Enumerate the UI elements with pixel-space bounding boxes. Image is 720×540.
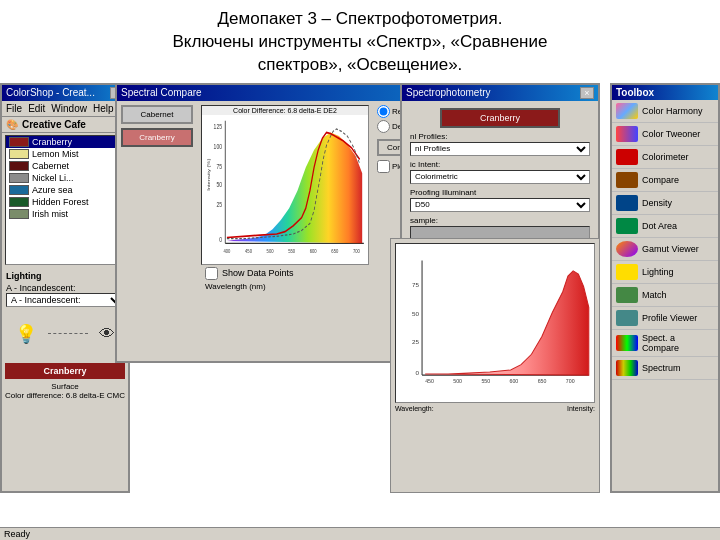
svg-text:450: 450 [425,378,434,384]
density-label: Density [642,198,672,208]
color-item-forest[interactable]: Hidden Forest [6,196,124,208]
tweoner-icon [616,126,638,142]
lighting-title: Lighting [6,269,124,283]
svg-text:550: 550 [288,247,295,254]
toolbox-item-harmony[interactable]: Color Harmony [612,100,718,123]
creative-cafe-section: 🎨 Creative Cafe [2,117,128,133]
show-data-row: Show Data Points [201,265,369,282]
toolbox-item-speccompare[interactable]: Spect. a Compare [612,330,718,357]
colorshop-menubar: File Edit Window Help [2,101,128,117]
colorimeter-icon [616,149,638,165]
svg-text:650: 650 [331,247,338,254]
svg-text:50: 50 [216,181,222,188]
cranberry-surface-label: Cranberry [5,363,125,379]
profiles-dropdown[interactable]: nl Profiles [410,142,590,156]
spectral-chart-svg: 125 100 75 50 25 0 400 450 500 550 600 6… [202,115,368,255]
menu-window[interactable]: Window [51,103,87,114]
menu-help[interactable]: Help [93,103,114,114]
menu-edit[interactable]: Edit [28,103,45,114]
right-panel-title: Spectrophotometry [406,87,491,99]
svg-text:500: 500 [267,247,274,254]
toolbox-item-compare[interactable]: Compare [612,169,718,192]
bottom-chart-panel: 75 50 25 0 450 500 550 600 650 700 [390,238,600,493]
svg-text:0: 0 [219,236,222,243]
cranberry-button[interactable]: Cranberry [121,128,193,147]
speccompare-label: Spect. a Compare [642,333,714,353]
color-item-cabernet[interactable]: Cabernet [6,160,124,172]
color-item-azure[interactable]: Azure sea [6,184,124,196]
toolbox-item-lighting[interactable]: Lighting [612,261,718,284]
gamut-label: Gamut Viewer [642,244,699,254]
toolbox-item-tweoner[interactable]: Color Tweoner [612,123,718,146]
svg-text:450: 450 [245,247,252,254]
speccompare-icon [616,335,638,351]
svg-text:50: 50 [412,310,419,317]
page-title: Демопакет 3 – Спектрофотометрия. Включен… [0,0,720,83]
toolbox-item-spectrum[interactable]: Spectrum [612,357,718,380]
profiles-label: nl Profiles: [406,132,594,141]
svg-text:600: 600 [310,247,317,254]
chart-title: Color Difference: 6.8 delta-E DE2 [202,106,368,115]
svg-text:700: 700 [353,247,360,254]
svg-text:25: 25 [216,201,222,208]
colorimeter-label: Colorimeter [642,152,689,162]
chart-axis-labels: Wavelength: Intensity: [395,403,595,412]
ic-intent-dropdown[interactable]: Colorimetric [410,170,590,184]
spectrum-icon [616,360,638,376]
svg-text:600: 600 [510,378,519,384]
surface-info: Surface Color difference: 6.8 delta-E CM… [2,381,128,401]
color-item-lemon[interactable]: Lemon Mist [6,148,124,160]
spectral-left-panel: Cabernet Cranberry [117,101,197,359]
toolbox-item-gamut[interactable]: Gamut Viewer [612,238,718,261]
toolbox-panel: Toolbox Color Harmony Color Tweoner Colo… [610,83,720,493]
svg-text:125: 125 [214,123,223,130]
profile-label: Profile Viewer [642,313,697,323]
lighting-label: Lighting [642,267,674,277]
small-spectrum-chart: 75 50 25 0 450 500 550 600 650 700 [395,243,595,403]
lighting-diagram: 💡 👁 [6,309,124,359]
match-icon [616,287,638,303]
lighting-dropdown[interactable]: A - Incandescent: [6,293,124,307]
color-item-irish[interactable]: Irish mist [6,208,124,220]
color-list[interactable]: Cranberry Lemon Mist Cabernet Nickel Li.… [5,135,125,265]
density-icon [616,195,638,211]
right-control-titlebar: Spectrophotometry × [402,85,598,101]
compare-icon [616,172,638,188]
ic-intent-label: ic Intent: [406,160,594,169]
svg-text:100: 100 [214,143,223,150]
lighting-label: A - Incandescent: [6,283,124,293]
tweoner-label: Color Tweoner [642,129,700,139]
svg-text:550: 550 [481,378,490,384]
cranberry-large-button[interactable]: Cranberry [440,108,560,128]
harmony-label: Color Harmony [642,106,703,116]
menu-file[interactable]: File [6,103,22,114]
colorshop-titlebar: ColorShop - Creat... × [2,85,128,101]
lighting-section: Lighting A - Incandescent: A - Incandesc… [2,267,128,361]
proofing-illuminant-label: Proofing Illuminant [406,188,594,197]
spectral-chart-area: Color Difference: 6.8 delta-E DE2 125 10… [201,105,369,265]
proofing-illuminant-dropdown[interactable]: D50 [410,198,590,212]
profile-icon [616,310,638,326]
cabinet-button[interactable]: Cabernet [121,105,193,124]
svg-text:75: 75 [412,280,419,287]
lighting-icon [616,264,638,280]
right-panel-close[interactable]: × [580,87,594,99]
color-item-nickel[interactable]: Nickel Li... [6,172,124,184]
toolbox-item-dotarea[interactable]: Dot Area [612,215,718,238]
match-label: Match [642,290,667,300]
color-item-cranberry[interactable]: Cranberry [6,136,124,148]
toolbox-item-profile[interactable]: Profile Viewer [612,307,718,330]
dotarea-label: Dot Area [642,221,677,231]
spectrum-label: Spectrum [642,363,681,373]
show-data-checkbox[interactable] [205,267,218,280]
toolbox-item-colorimeter[interactable]: Colorimeter [612,146,718,169]
toolbox-item-density[interactable]: Density [612,192,718,215]
gamut-icon [616,241,638,257]
svg-text:25: 25 [412,338,419,345]
svg-text:400: 400 [223,247,230,254]
sample-label: sample: [406,216,594,225]
toolbox-titlebar: Toolbox [612,85,718,100]
spectral-center-panel: Color Difference: 6.8 delta-E DE2 125 10… [197,101,373,359]
toolbox-item-match[interactable]: Match [612,284,718,307]
svg-text:Intensity (%): Intensity (%) [206,158,211,191]
